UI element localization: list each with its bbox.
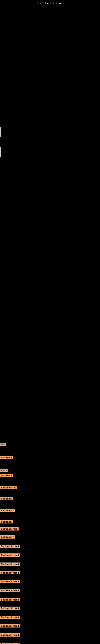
bottleneck-label-19: Bottleneck result	[0, 616, 20, 619]
vertical-line-2	[0, 147, 1, 157]
bottleneck-label-18: Bottleneck result	[0, 606, 20, 610]
bottleneck-label-12: Bottleneck result	[0, 554, 20, 557]
bottleneck-label-5: Bottleneck res	[0, 486, 17, 489]
bottleneck-label-7: Bottleneck r	[0, 509, 15, 512]
bottleneck-label-9: Bottleneck resu	[0, 527, 19, 530]
bottleneck-label-22: Bottleneck result	[0, 642, 20, 644]
bottleneck-label-17: Bottleneck result	[0, 598, 20, 601]
bottleneck-label-14: Bottleneck result	[0, 571, 20, 574]
site-title: TheBottlenecker.com	[0, 0, 100, 5]
bottleneck-label-8: Bottleneck	[0, 520, 13, 524]
bottleneck-label-16: Bottleneck result	[0, 589, 20, 592]
bottleneck-label-3: Bottle	[0, 469, 8, 472]
bottleneck-label-10: Bottleneck r	[0, 535, 15, 538]
bottleneck-label-20: Bottleneck result	[0, 624, 20, 628]
bottleneck-label-13: Bottleneck result	[0, 562, 20, 566]
vertical-line-1	[0, 127, 1, 137]
bottleneck-label-11: Bottleneck result	[0, 544, 20, 548]
bottleneck-label-6: Bottleneck	[0, 497, 13, 500]
bottleneck-label-21: Bottleneck result	[0, 633, 20, 636]
bottleneck-label-15: Bottleneck result	[0, 580, 20, 583]
bottleneck-label-1: Bott	[0, 443, 6, 446]
bottleneck-label-2: Bottleneck	[0, 456, 13, 459]
bottleneck-label-4: Bottleneck	[0, 474, 13, 477]
